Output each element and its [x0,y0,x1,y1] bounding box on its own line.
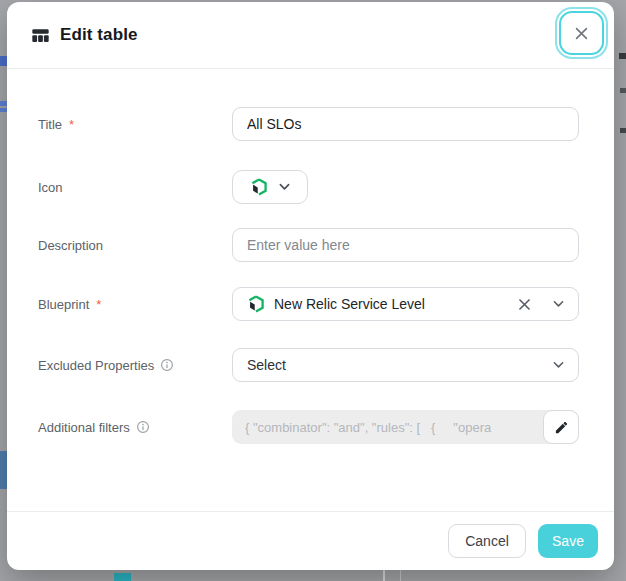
backdrop-fragment [400,570,401,581]
new-relic-logo-icon [250,178,268,196]
excluded-properties-label: Excluded Properties [38,358,232,373]
additional-filters-input [232,410,579,444]
field-row-description: Description [38,228,579,262]
chevron-down-icon [553,300,564,308]
blueprint-label: Blueprint* [38,297,232,312]
icon-label-text: Icon [38,180,63,195]
edit-filters-button[interactable] [543,410,579,444]
new-relic-logo-icon [247,295,265,313]
chevron-down-icon [553,361,564,369]
info-icon[interactable] [136,420,150,434]
cancel-button[interactable]: Cancel [448,524,526,558]
field-row-additional-filters: Additional filters [38,410,579,444]
screen: Edit table Title* Icon [0,0,626,581]
excluded-properties-select[interactable]: Select [232,348,579,382]
description-label-text: Description [38,238,103,253]
edit-table-modal: Edit table Title* Icon [7,2,614,570]
modal-footer: Cancel Save [7,512,614,570]
excluded-properties-placeholder: Select [247,357,544,373]
excluded-properties-label-text: Excluded Properties [38,358,154,373]
required-asterisk: * [69,117,74,132]
field-row-icon: Icon [38,170,579,204]
backdrop-fragment [0,56,7,66]
blueprint-label-text: Blueprint [38,297,89,312]
backdrop-fragment [620,128,626,133]
required-asterisk: * [96,297,101,312]
blueprint-selected-value: New Relic Service Level [274,296,505,312]
description-input[interactable] [232,228,579,262]
chevron-down-icon [279,183,290,191]
backdrop-fragment [114,573,131,581]
additional-filters-field [232,410,579,444]
title-input[interactable] [232,107,579,141]
icon-label: Icon [38,180,232,195]
icon-select-dropdown[interactable] [232,170,308,204]
pencil-icon [554,420,569,435]
header-divider [7,68,614,69]
backdrop-fragment [619,53,626,59]
table-icon [31,26,50,45]
title-label: Title* [38,117,232,132]
backdrop-fragment [620,88,626,93]
close-button[interactable] [559,11,604,55]
close-icon [574,26,589,41]
info-icon[interactable] [160,358,174,372]
title-label-text: Title [38,117,62,132]
additional-filters-label: Additional filters [38,420,232,435]
modal-header: Edit table [7,2,614,68]
additional-filters-label-text: Additional filters [38,420,130,435]
blueprint-select[interactable]: New Relic Service Level [232,287,579,321]
modal-title: Edit table [60,25,138,45]
description-label: Description [38,238,232,253]
save-button[interactable]: Save [538,524,598,558]
field-row-title: Title* [38,107,579,141]
clear-selection-icon[interactable] [514,294,534,314]
field-row-blueprint: Blueprint* New Relic Service Level [38,287,579,321]
field-row-excluded-properties: Excluded Properties Select [38,348,579,382]
backdrop-fragment [383,570,385,581]
modal-title-group: Edit table [31,2,138,68]
